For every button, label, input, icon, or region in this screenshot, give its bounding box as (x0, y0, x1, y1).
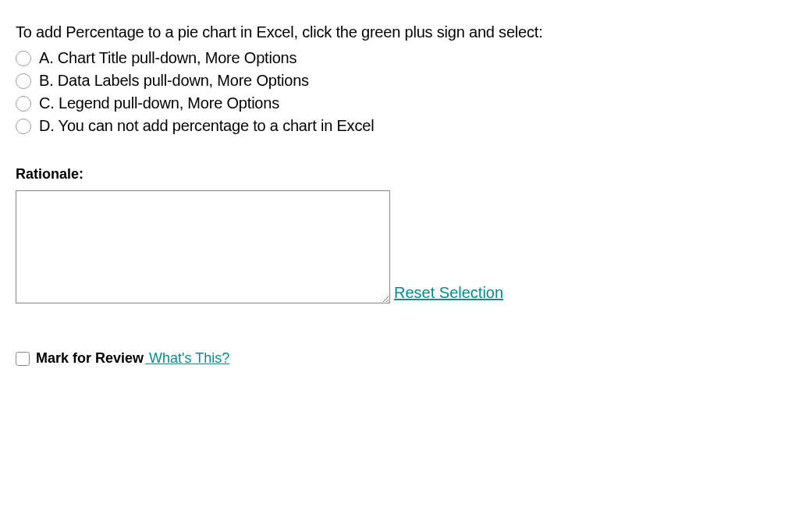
option-b[interactable]: B. Data Labels pull-down, More Options (16, 72, 783, 90)
reset-selection-link[interactable]: Reset Selection (394, 284, 503, 302)
mark-for-review-checkbox[interactable] (16, 352, 30, 366)
mark-for-review-label: Mark for Review (36, 350, 144, 366)
option-label: C. Legend pull-down, More Options (39, 94, 279, 112)
radio-icon[interactable] (16, 96, 31, 112)
option-label: D. You can not add percentage to a chart… (39, 117, 374, 135)
rationale-row: Reset Selection (16, 190, 783, 303)
option-c[interactable]: C. Legend pull-down, More Options (16, 94, 783, 112)
whats-this-link[interactable]: What's This? (145, 350, 229, 366)
rationale-textarea[interactable] (16, 190, 390, 303)
mark-for-review-row: Mark for Review What's This? (16, 350, 783, 367)
rationale-heading: Rationale: (16, 166, 783, 183)
question-prompt: To add Percentage to a pie chart in Exce… (16, 23, 783, 41)
radio-icon[interactable] (16, 51, 31, 66)
option-a[interactable]: A. Chart Title pull-down, More Options (16, 49, 783, 67)
options-group: A. Chart Title pull-down, More Options B… (16, 49, 783, 135)
radio-icon[interactable] (16, 73, 31, 89)
radio-icon[interactable] (16, 119, 31, 134)
option-d[interactable]: D. You can not add percentage to a chart… (16, 117, 783, 135)
option-label: B. Data Labels pull-down, More Options (39, 72, 309, 90)
option-label: A. Chart Title pull-down, More Options (39, 49, 297, 67)
